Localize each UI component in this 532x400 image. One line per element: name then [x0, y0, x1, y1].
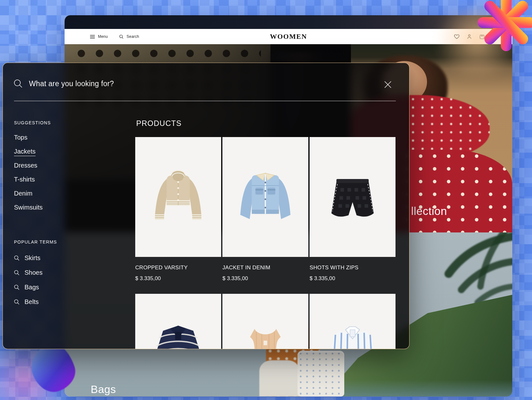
warm-glow-decoration	[430, 6, 525, 76]
product-card-shots-with-zips[interactable]: SHOTS WITH ZIPS $ 3.335,00	[310, 137, 396, 294]
overlay-search-icon	[14, 79, 23, 88]
hamburger-icon	[90, 35, 95, 38]
product-image-denim-jacket	[222, 137, 308, 257]
header-search-label: Search	[127, 34, 139, 39]
collection-caption: llection	[411, 205, 447, 217]
product-card-cropped-varsity[interactable]: CROPPED VARSITY $ 3.335,00	[135, 137, 221, 294]
suggestions-title: SUGGESTIONS	[14, 120, 51, 125]
menu-button[interactable]: Menu	[90, 34, 108, 39]
menu-label: Menu	[98, 34, 108, 39]
product-price: $ 3.335,00	[135, 275, 221, 282]
suggestion-item-tshirts[interactable]: T-shirts	[14, 172, 43, 186]
suggestion-item-jackets[interactable]: Jackets	[14, 144, 43, 158]
search-input[interactable]	[28, 77, 315, 90]
suggestion-item-swimsuits[interactable]: Swimsuits	[14, 200, 43, 214]
suggestion-item-dresses[interactable]: Dresses	[14, 158, 43, 172]
popular-terms-title: POPULAR TERMS	[14, 239, 57, 245]
search-icon	[119, 35, 123, 39]
close-icon[interactable]	[384, 80, 393, 89]
product-card-jacket-in-denim[interactable]: JACKET IN DENIM $ 3.335,00	[222, 137, 308, 294]
product-image-peach-tank-top	[222, 294, 308, 349]
bags-tile-label: Bags	[91, 383, 116, 396]
popular-term-bags[interactable]: Bags	[14, 280, 43, 294]
product-price: $ 3.335,00	[222, 275, 308, 282]
search-term-icon	[14, 270, 19, 275]
search-term-icon	[14, 285, 19, 290]
product-name: SHOTS WITH ZIPS	[310, 265, 396, 271]
product-image-monogram-shorts	[310, 137, 396, 257]
product-image-varsity-jacket	[135, 137, 221, 257]
search-term-icon	[14, 255, 19, 261]
suggestion-item-tops[interactable]: Tops	[14, 130, 43, 144]
brand-logo[interactable]: WOOMEN	[270, 32, 307, 41]
monogram-tote-bag	[298, 351, 345, 397]
product-image-striped-navy-top	[135, 294, 221, 349]
popular-terms-list: Skirts Shoes Bags Belts	[14, 251, 43, 309]
suggestions-list: Tops Jackets Dresses T-shirts Denim Swim…	[14, 130, 43, 214]
product-price: $ 3.335,00	[310, 275, 396, 282]
popular-term-belts[interactable]: Belts	[14, 294, 43, 309]
desktop-background: Menu Search WOOMEN	[0, 0, 532, 400]
suggestion-item-denim[interactable]: Denim	[14, 186, 43, 200]
popular-term-shoes[interactable]: Shoes	[14, 265, 43, 280]
search-term-icon	[14, 299, 19, 305]
header-search-button[interactable]: Search	[119, 34, 139, 39]
product-card-row2-1[interactable]	[135, 294, 221, 349]
product-card-row2-2[interactable]	[222, 294, 308, 349]
popular-term-skirts[interactable]: Skirts	[14, 251, 43, 265]
product-name: JACKET IN DENIM	[222, 265, 308, 271]
product-name: CROPPED VARSITY	[135, 265, 221, 271]
search-overlay: SUGGESTIONS Tops Jackets Dresses T-shirt…	[3, 63, 410, 349]
products-grid: CROPPED VARSITY $ 3.335,00	[135, 137, 396, 349]
product-image-striped-blue-shirt	[310, 294, 396, 349]
product-card-row2-3[interactable]	[310, 294, 396, 349]
products-title: PRODUCTS	[136, 119, 182, 128]
search-underline	[14, 101, 396, 101]
